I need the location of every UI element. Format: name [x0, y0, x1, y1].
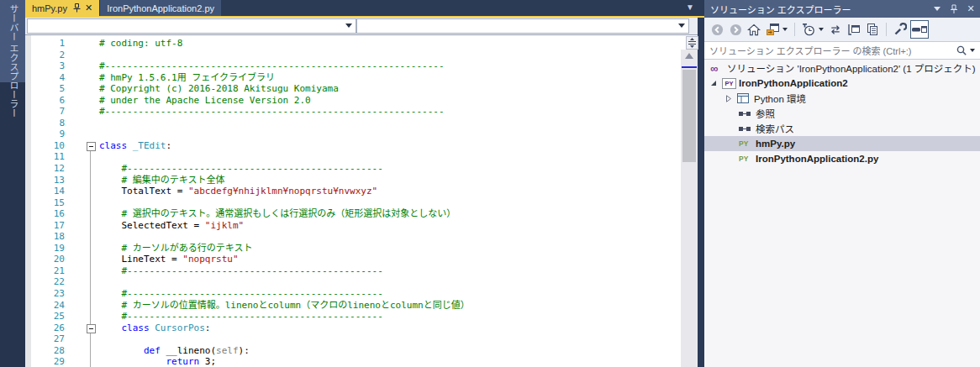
fold-collapse-box[interactable]	[87, 142, 96, 151]
expanded-arrow-icon[interactable]	[710, 76, 717, 91]
code-text: class _TEdit:	[99, 140, 171, 152]
code-line[interactable]: 18	[25, 231, 672, 243]
server-explorer-tab-label[interactable]: サーバー エクスプローラー	[7, 4, 20, 113]
code-line[interactable]: 20 LineText = "nopqrstu"	[25, 254, 672, 265]
search-options-chevron-icon[interactable]	[970, 49, 975, 52]
code-line[interactable]: 26 class CursorPos:	[25, 322, 672, 334]
tree-item--ironpythonapplication2-1-[interactable]: ∞ソリューション 'IronPythonApplication2' (1 プロジ…	[704, 60, 980, 76]
code-text: #---------------------------------------…	[99, 311, 383, 322]
tab-list-chevron-icon[interactable]: ▼	[686, 3, 694, 12]
code-line[interactable]: 7#--------------------------------------…	[25, 106, 672, 118]
code-line[interactable]: 8	[25, 118, 672, 129]
home-icon[interactable]	[746, 20, 762, 39]
tree-item--[interactable]: 検索パス	[704, 121, 980, 136]
sync-with-active-document-icon[interactable]	[764, 20, 781, 39]
tree-item-python-[interactable]: Python 環境	[704, 91, 980, 106]
navigation-bar	[25, 18, 698, 35]
code-text: # under the Apache License Version 2.0	[99, 95, 311, 107]
pending-changes-filter-icon[interactable]	[800, 20, 817, 39]
code-line[interactable]: 16 # 選択中のテキスト。通常選択もしくは行選択のみ（矩形選択は対象としない）	[25, 208, 672, 220]
code-line[interactable]: 11	[25, 151, 672, 163]
fold-collapse-box[interactable]	[87, 324, 96, 333]
tree-item-label: IronPythonApplication2.py	[756, 151, 878, 166]
properties-wrench-icon[interactable]	[892, 20, 909, 39]
code-line[interactable]: 17 SelectedText = "ijklm"	[25, 220, 672, 232]
scroll-up-arrow[interactable]	[685, 53, 693, 59]
python-env-icon	[737, 91, 749, 106]
code-text: #---------------------------------------…	[99, 60, 445, 72]
line-number: 8	[25, 118, 65, 129]
chevron-down-icon	[678, 24, 685, 28]
code-line[interactable]: 25 #------------------------------------…	[25, 311, 672, 322]
back-icon[interactable]	[709, 20, 725, 39]
line-number: 6	[25, 95, 65, 107]
tree-item-ironpythonapplication2-py[interactable]: PYIronPythonApplication2.py	[704, 151, 980, 166]
code-line[interactable]: 10class _TEdit:	[25, 140, 672, 152]
code-line[interactable]: 6# under the Apache License Version 2.0	[25, 95, 672, 107]
window-position-chevron-icon[interactable]	[930, 2, 945, 16]
member-dropdown[interactable]	[356, 18, 689, 34]
code-text: class CursorPos:	[99, 322, 210, 334]
preview-selected-items-icon[interactable]	[910, 20, 929, 39]
scrollbar-thumb[interactable]	[682, 70, 696, 162]
line-number: 17	[25, 220, 65, 232]
code-text: SelectedText = "ijklm"	[99, 220, 244, 232]
code-editor[interactable]: 1# coding: utf-823#---------------------…	[25, 35, 698, 367]
code-line[interactable]: 9	[25, 128, 672, 140]
code-text: # 選択中のテキスト。通常選択もしくは行選択のみ（矩形選択は対象としない）	[99, 208, 456, 220]
solution-explorer-titlebar[interactable]: ソリューション エクスプローラー ✕	[704, 0, 980, 18]
forward-icon[interactable]	[727, 20, 744, 39]
show-all-files-icon[interactable]	[864, 20, 881, 39]
code-line[interactable]: 14 TotalText = "abcdefg¥nhijklmn¥nopqrst…	[25, 186, 672, 197]
pin-icon[interactable]	[73, 3, 81, 13]
tab-hmpy[interactable]: hmPy.py ✕	[25, 0, 99, 16]
chevron-down-icon	[345, 24, 352, 28]
code-line[interactable]: 19 # カーソルがある行のテキスト	[25, 243, 672, 254]
line-number: 26	[25, 322, 65, 334]
line-number: 5	[25, 83, 65, 95]
collapse-all-icon[interactable]	[846, 20, 862, 39]
code-text: def __lineno(self):	[99, 345, 250, 357]
code-line[interactable]: 4# hmPy 1.5.6.1用 フェイクライブラリ	[25, 72, 672, 84]
editor-split-handle[interactable]	[686, 36, 698, 50]
type-dropdown[interactable]	[27, 18, 356, 34]
code-line[interactable]: 22	[25, 276, 672, 288]
line-number: 18	[25, 231, 65, 243]
line-number: 21	[25, 265, 65, 277]
line-number: 15	[25, 197, 65, 209]
tree-item--[interactable]: 参照	[704, 106, 980, 121]
auto-hide-pin-icon[interactable]	[946, 2, 962, 16]
refresh-icon[interactable]	[827, 20, 844, 39]
tab-ironpythonapplication2-label: IronPythonApplication2.py	[107, 3, 214, 13]
search-icon[interactable]	[956, 45, 967, 56]
collapsed-arrow-icon[interactable]	[725, 91, 732, 106]
close-tab-icon[interactable]: ✕	[85, 3, 92, 13]
tree-item-ironpythonapplication2[interactable]: PYIronPythonApplication2	[704, 76, 980, 91]
code-line[interactable]: 12 #------------------------------------…	[25, 163, 672, 175]
code-line[interactable]: 21 #------------------------------------…	[25, 265, 672, 277]
code-line[interactable]: 28 def __lineno(self):	[25, 345, 672, 357]
code-line[interactable]: 15	[25, 197, 672, 209]
code-line[interactable]: 27	[25, 333, 672, 345]
code-text: # coding: utf-8	[99, 38, 182, 50]
editor-vertical-scrollbar[interactable]	[681, 50, 698, 367]
code-line[interactable]: 13 # 編集中のテキスト全体	[25, 175, 672, 186]
tab-ironpythonapplication2[interactable]: IronPythonApplication2.py	[100, 0, 221, 16]
close-icon[interactable]: ✕	[963, 2, 978, 16]
solution-icon: ∞	[710, 60, 718, 76]
search-input[interactable]: ソリューション エクスプローラー の検索 (Ctrl+:)	[709, 44, 956, 57]
chevron-down-icon[interactable]	[782, 28, 788, 31]
code-line[interactable]: 23 #------------------------------------…	[25, 288, 672, 300]
code-text: TotalText = "abcdefg¥nhijklmn¥nopqrstu¥n…	[99, 186, 377, 197]
chevron-down-icon[interactable]	[819, 28, 824, 31]
code-line[interactable]: 2	[25, 50, 672, 61]
solution-explorer-searchbar[interactable]: ソリューション エクスプローラー の検索 (Ctrl+:)	[704, 41, 980, 60]
code-line[interactable]: 5# Copyright (c) 2016-2018 Akitsugu Komi…	[25, 83, 672, 95]
code-line[interactable]: 29 return 3;	[25, 356, 672, 367]
code-line[interactable]: 1# coding: utf-8	[25, 38, 672, 50]
code-line[interactable]: 3#--------------------------------------…	[25, 60, 672, 72]
code-line[interactable]: 24 # カーソルの位置情報。linenoとcolumn（マクロのlinenoと…	[25, 300, 672, 312]
py-file-icon: PY	[739, 136, 748, 151]
references-icon	[739, 121, 751, 136]
tree-item-hmpy-py[interactable]: PYhmPy.py	[704, 136, 980, 151]
